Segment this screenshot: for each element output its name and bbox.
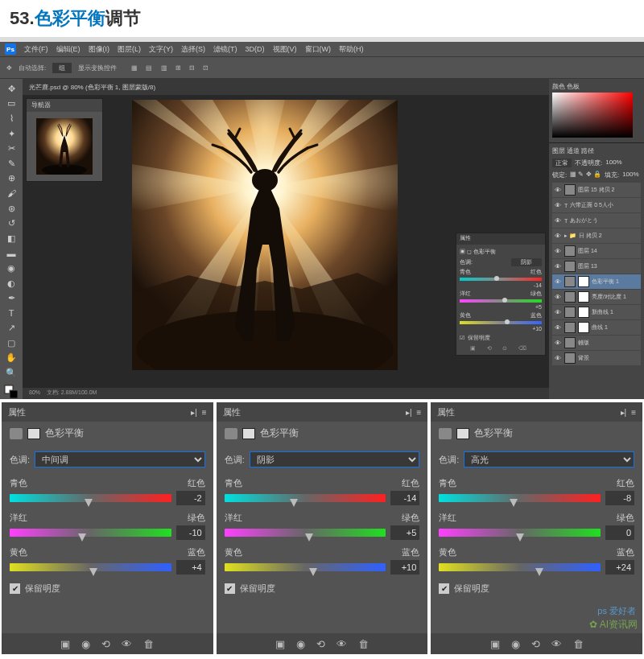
prev-icon[interactable]: ◉ <box>511 638 520 650</box>
visibility-icon[interactable]: 👁 <box>554 339 562 347</box>
blend-mode-select[interactable]: 正常 <box>552 159 572 167</box>
path-tool-icon[interactable]: ↗ <box>3 322 19 336</box>
delete-icon[interactable]: 🗑 <box>143 638 154 650</box>
slider-knob[interactable] <box>78 533 86 542</box>
menu-type[interactable]: 文字(Y) <box>149 44 173 55</box>
visibility-icon[interactable]: 👁 <box>122 638 132 650</box>
slider-value-input[interactable] <box>176 491 205 505</box>
color-picker-field[interactable] <box>552 93 633 138</box>
layer-row[interactable]: 👁Tあおがとう <box>552 213 641 228</box>
dodge-tool-icon[interactable]: ◐ <box>3 277 19 290</box>
clip-icon[interactable]: ▣ <box>275 638 285 650</box>
slider-value-input[interactable] <box>390 491 419 505</box>
reset-icon[interactable]: ⟲ <box>531 638 540 650</box>
visibility-icon[interactable]: 👁 <box>554 323 562 332</box>
preserve-luminosity-checkbox[interactable]: ✔保留明度 <box>10 583 205 595</box>
slider-track[interactable] <box>439 563 601 571</box>
history-brush-tool-icon[interactable]: ↺ <box>3 216 19 230</box>
layer-row[interactable]: 👁新曲线 1 <box>552 305 641 319</box>
layer-row[interactable]: 👁曲线 1 <box>552 320 641 335</box>
slider-track[interactable] <box>225 529 386 537</box>
color-swap-icon[interactable] <box>3 385 19 399</box>
visibility-icon[interactable]: 👁 <box>554 262 562 270</box>
visibility-icon[interactable]: 👁 <box>554 247 562 255</box>
panel-tab[interactable]: 属性 <box>437 406 455 418</box>
navigator-thumbnail[interactable] <box>27 112 102 181</box>
tone-select[interactable]: 中间调 <box>35 451 205 467</box>
layers-tabs[interactable]: 图层 通道 路径 <box>552 146 641 155</box>
slider-value-input[interactable] <box>176 560 205 575</box>
preserve-luminosity-checkbox[interactable]: ✔保留明度 <box>225 583 420 595</box>
layer-row[interactable]: 👁背景 <box>552 351 641 365</box>
slider-knob[interactable] <box>305 533 313 542</box>
visibility-icon[interactable]: 👁 <box>554 186 562 194</box>
slider-track[interactable] <box>10 529 171 537</box>
menu-filter[interactable]: 滤镜(T) <box>213 44 237 55</box>
visibility-icon[interactable]: 👁 <box>554 354 562 362</box>
slider-value-input[interactable] <box>390 560 419 575</box>
slider-knob[interactable] <box>89 568 97 576</box>
collapse-icon[interactable]: ▸| <box>406 408 412 417</box>
menu-select[interactable]: 选择(S) <box>181 44 205 55</box>
gradient-tool-icon[interactable]: ▬ <box>3 247 19 261</box>
move-tool-icon[interactable]: ✥ <box>3 82 19 96</box>
slider-value-input[interactable] <box>605 491 634 505</box>
delete-icon[interactable]: 🗑 <box>358 638 369 650</box>
visibility-icon[interactable]: 👁 <box>336 638 347 650</box>
slider-value-input[interactable] <box>605 560 634 575</box>
zoom-tool-icon[interactable]: 🔍 <box>3 366 19 380</box>
slider-knob[interactable] <box>516 533 524 542</box>
collapse-icon[interactable]: ▸| <box>191 408 197 417</box>
slider-track[interactable] <box>225 494 386 502</box>
reset-icon[interactable]: ⟲ <box>101 638 110 650</box>
menu-edit[interactable]: 编辑(E) <box>56 44 80 55</box>
menu-image[interactable]: 图像(I) <box>89 44 110 55</box>
layer-row[interactable]: 👁T六带正面 0 5人小 <box>552 198 641 212</box>
brush-tool-icon[interactable]: 🖌 <box>3 187 19 200</box>
wand-tool-icon[interactable]: ✦ <box>3 127 19 141</box>
slider-track[interactable] <box>10 563 171 571</box>
floating-tone-select[interactable]: 阴影 <box>511 258 542 266</box>
panel-tab[interactable]: 属性 <box>8 406 26 418</box>
menu-icon[interactable]: ≡ <box>417 408 422 417</box>
slider-knob[interactable] <box>85 499 93 507</box>
slider-knob[interactable] <box>510 499 518 507</box>
check-icon[interactable]: ☑ <box>460 335 464 341</box>
slider-value-input[interactable] <box>176 525 205 540</box>
stamp-tool-icon[interactable]: ⊛ <box>3 202 19 216</box>
zoom-level[interactable]: 80% <box>29 389 40 395</box>
slider-knob[interactable] <box>535 568 543 576</box>
visibility-icon[interactable]: 👁 <box>554 216 562 224</box>
auto-select-dropdown[interactable]: 组 <box>52 63 72 73</box>
reset-icon[interactable]: ⟲ <box>316 638 325 650</box>
crop-tool-icon[interactable]: ✂ <box>3 142 19 155</box>
visibility-icon[interactable]: 👁 <box>554 308 562 316</box>
tone-select[interactable]: 阴影 <box>250 451 420 467</box>
slider-knob[interactable] <box>309 568 317 576</box>
color-tabs[interactable]: 颜色 色板 <box>552 82 641 91</box>
marquee-tool-icon[interactable]: ▭ <box>3 97 19 111</box>
slider-knob[interactable] <box>290 499 298 507</box>
hand-tool-icon[interactable]: ✋ <box>3 352 19 365</box>
prev-icon[interactable]: ◉ <box>81 638 90 650</box>
menu-layer[interactable]: 图层(L) <box>118 44 141 55</box>
slider-track[interactable] <box>225 563 386 571</box>
preserve-luminosity-checkbox[interactable]: ✔保留明度 <box>439 583 634 595</box>
layer-row[interactable]: 👁图层 14 <box>552 244 641 258</box>
layer-row[interactable]: 👁雒版 <box>552 336 641 350</box>
align-icons[interactable]: ▦ ▤ ▥ ⊞ ⊟ ⊡ <box>131 64 212 72</box>
document-canvas[interactable] <box>132 100 398 370</box>
layer-row[interactable]: 👁色彩平衡 1 <box>552 274 641 289</box>
layer-row[interactable]: 👁▸ 📁日 拷贝 2 <box>552 229 641 243</box>
menu-3d[interactable]: 3D(D) <box>246 45 265 53</box>
visibility-icon[interactable]: 👁 <box>551 638 562 650</box>
clip-icon[interactable]: ▣ <box>490 638 500 650</box>
prev-icon[interactable]: ◉ <box>296 638 305 650</box>
menu-file[interactable]: 文件(F) <box>24 44 48 55</box>
lasso-tool-icon[interactable]: ⌇ <box>3 112 19 126</box>
tone-select[interactable]: 高光 <box>464 451 634 467</box>
type-tool-icon[interactable]: T <box>3 307 19 320</box>
layer-row[interactable]: 👁亮度/对比度 1 <box>552 290 641 304</box>
visibility-icon[interactable]: 👁 <box>554 232 562 240</box>
clip-icon[interactable]: ▣ <box>60 638 70 650</box>
